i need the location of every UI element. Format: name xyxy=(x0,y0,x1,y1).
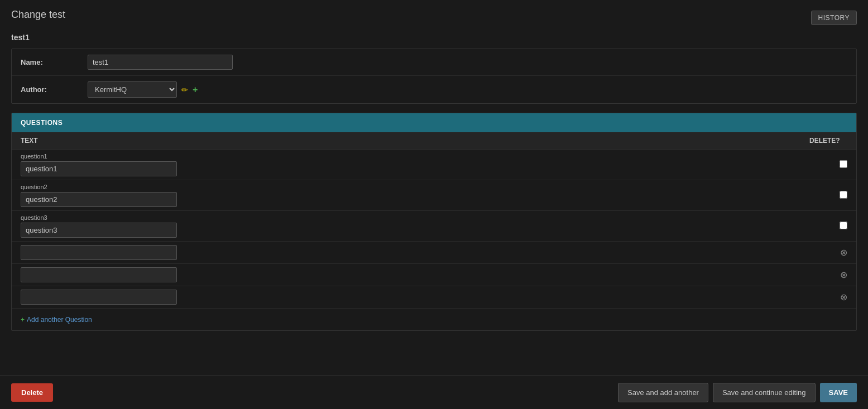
question2-delete-cell xyxy=(800,180,856,211)
header-row: Change test HISTORY xyxy=(11,9,857,26)
question3-cell: question3 xyxy=(12,211,800,242)
author-controls: KermitHQ ✏ + xyxy=(88,81,198,98)
new-question3-remove-icon[interactable]: ⊗ xyxy=(840,292,847,302)
object-title: test1 xyxy=(11,33,30,42)
plus-icon: + xyxy=(21,316,25,324)
question3-delete-checkbox[interactable] xyxy=(840,222,847,229)
name-input[interactable] xyxy=(88,55,233,70)
add-another-row: +Add another Question xyxy=(12,309,856,330)
col-delete: DELETE? xyxy=(800,132,856,150)
table-row: question3 xyxy=(12,211,856,242)
new-question3-input[interactable] xyxy=(21,290,177,305)
new-question2-cell xyxy=(12,264,800,286)
table-header-row: TEXT DELETE? xyxy=(12,132,856,150)
table-row: question1 xyxy=(12,150,856,180)
new-question2-remove-icon[interactable]: ⊗ xyxy=(840,270,847,280)
name-field-row: Name: xyxy=(12,49,856,76)
author-label: Author: xyxy=(21,85,88,94)
save-button[interactable]: SAVE xyxy=(820,383,857,402)
question1-input[interactable] xyxy=(21,161,177,176)
new-question2-remove-cell: ⊗ xyxy=(800,264,856,286)
question2-cell: question2 xyxy=(12,180,800,211)
question2-delete-checkbox[interactable] xyxy=(840,191,847,199)
question1-delete-checkbox[interactable] xyxy=(840,160,847,168)
question1-delete-cell xyxy=(800,150,856,180)
author-add-icon[interactable]: + xyxy=(193,85,198,95)
new-question1-remove-cell: ⊗ xyxy=(800,242,856,264)
new-question1-input[interactable] xyxy=(21,245,177,260)
question1-label: question1 xyxy=(21,153,792,160)
footer-bar: Delete Save and add another Save and con… xyxy=(0,376,868,409)
save-actions: Save and add another Save and continue e… xyxy=(618,383,857,402)
form-section: Name: Author: KermitHQ ✏ + xyxy=(11,49,857,104)
questions-table: TEXT DELETE? question1 xyxy=(12,132,856,309)
save-and-continue-button[interactable]: Save and continue editing xyxy=(713,383,816,402)
name-label: Name: xyxy=(21,58,88,66)
col-text: TEXT xyxy=(12,132,800,150)
questions-header: QUESTIONS xyxy=(12,113,856,132)
history-button[interactable]: HISTORY xyxy=(811,11,857,25)
new-question1-remove-icon[interactable]: ⊗ xyxy=(840,247,847,258)
page-title: Change test xyxy=(11,9,65,21)
table-row: question2 xyxy=(12,180,856,211)
question2-input[interactable] xyxy=(21,192,177,207)
table-row: ⊗ xyxy=(12,286,856,309)
new-question3-remove-cell: ⊗ xyxy=(800,286,856,309)
add-another-question-link[interactable]: +Add another Question xyxy=(21,316,92,324)
new-question3-cell xyxy=(12,286,800,309)
save-and-add-another-button[interactable]: Save and add another xyxy=(618,383,708,402)
new-question1-cell xyxy=(12,242,800,264)
author-select[interactable]: KermitHQ xyxy=(88,81,177,98)
main-content: Change test HISTORY test1 Name: Author: … xyxy=(0,0,868,376)
page-wrapper: Change test HISTORY test1 Name: Author: … xyxy=(0,0,868,409)
questions-section: QUESTIONS TEXT DELETE? question1 xyxy=(11,113,857,331)
question3-label: question3 xyxy=(21,214,792,221)
question1-cell: question1 xyxy=(12,150,800,180)
new-question2-input[interactable] xyxy=(21,267,177,282)
table-row: ⊗ xyxy=(12,264,856,286)
author-field-row: Author: KermitHQ ✏ + xyxy=(12,76,856,103)
question3-delete-cell xyxy=(800,211,856,242)
question3-input[interactable] xyxy=(21,223,177,238)
add-another-label: Add another Question xyxy=(27,316,92,324)
delete-button[interactable]: Delete xyxy=(11,383,53,402)
question2-label: question2 xyxy=(21,184,792,190)
table-row: ⊗ xyxy=(12,242,856,264)
author-edit-icon[interactable]: ✏ xyxy=(181,85,188,94)
